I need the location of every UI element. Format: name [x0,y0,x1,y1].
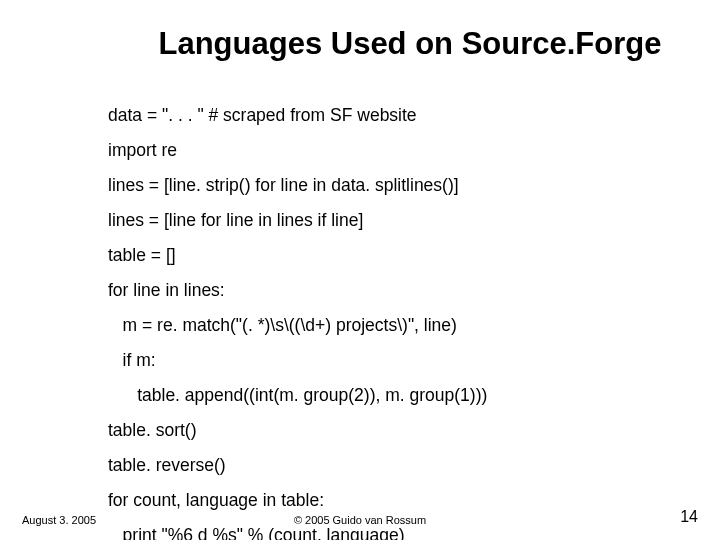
footer-copyright: © 2005 Guido van Rossum [0,514,720,526]
slide-title: Languages Used on Source.Forge [0,26,720,62]
slide: Languages Used on Source.Forge data = ".… [0,0,720,540]
code-block: data = ". . . " # scraped from SF websit… [108,98,680,540]
footer-page-number: 14 [680,508,698,526]
